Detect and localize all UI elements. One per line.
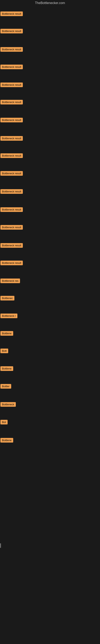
list-item[interactable]: Bottleneck result bbox=[0, 12, 23, 17]
list-item[interactable]: Bottleneck result bbox=[0, 153, 23, 159]
list-item[interactable]: Bottleneck res bbox=[0, 278, 20, 284]
list-item[interactable]: Bottleneck result bbox=[0, 260, 23, 266]
bottleneck-badge[interactable]: Bottlene bbox=[0, 438, 13, 442]
list-item[interactable]: Bottler bbox=[0, 384, 11, 390]
bottleneck-badge[interactable]: Bottlenec bbox=[0, 296, 14, 300]
bottleneck-badge[interactable]: Bottleneck bbox=[0, 402, 16, 407]
list-item[interactable]: Bot bbox=[0, 420, 8, 425]
list-item[interactable]: Bottleneck result bbox=[0, 136, 23, 142]
bottleneck-badge[interactable]: Bot bbox=[0, 420, 8, 424]
list-item[interactable]: Bottleneck result bbox=[0, 207, 23, 213]
list-item[interactable]: Bottleneck r bbox=[0, 314, 17, 319]
bottleneck-badge[interactable]: Bottleneck result bbox=[0, 153, 23, 158]
list-item[interactable]: Bottleneck result bbox=[0, 243, 23, 248]
bottleneck-badge[interactable]: Bottleneck result bbox=[0, 136, 23, 141]
list-item[interactable]: Bottleneck result bbox=[0, 189, 23, 194]
bottleneck-badge[interactable]: Bottleneck result bbox=[0, 47, 23, 52]
bottleneck-badge[interactable]: Bottler bbox=[0, 384, 11, 388]
list-item[interactable]: Bott bbox=[0, 348, 8, 354]
list-item[interactable]: Bottleneck result bbox=[0, 225, 23, 230]
bottleneck-badge[interactable]: Bottleneck result bbox=[0, 64, 23, 69]
list-item[interactable]: Bottlene bbox=[0, 438, 13, 443]
bottleneck-badge[interactable]: Bottleneck result bbox=[0, 189, 23, 194]
site-title: TheBottlenecker.com bbox=[0, 0, 100, 6]
bottleneck-badge[interactable]: Bottleneck r bbox=[0, 314, 17, 318]
list-item[interactable]: Bottleneck result bbox=[0, 64, 23, 70]
bottleneck-badge[interactable]: Bottlene bbox=[0, 366, 13, 371]
bottleneck-badge[interactable]: Bott bbox=[0, 348, 8, 353]
list-item[interactable]: Bottlene bbox=[0, 366, 13, 372]
bottleneck-badge[interactable]: Bottleneck result bbox=[0, 100, 23, 104]
list-item[interactable]: Bottleneck bbox=[0, 402, 16, 408]
list-item[interactable]: Bottleneck result bbox=[0, 171, 23, 176]
bottleneck-badge[interactable]: Bottleneck result bbox=[0, 118, 23, 122]
bottleneck-badge[interactable]: Bottleneck result bbox=[0, 243, 23, 248]
list-item[interactable]: Bottlene bbox=[0, 331, 13, 336]
bottleneck-badge[interactable]: Bottleneck result bbox=[0, 225, 23, 230]
list-item[interactable]: Bottleneck result bbox=[0, 47, 23, 52]
bottleneck-badge[interactable]: Bottleneck result bbox=[0, 12, 23, 16]
bottleneck-badge[interactable]: Bottleneck result bbox=[0, 82, 23, 87]
list-item[interactable]: Bottleneck result bbox=[0, 118, 23, 123]
list-item[interactable]: Bottleneck result bbox=[0, 82, 23, 88]
bottleneck-badge[interactable]: Bottleneck result bbox=[0, 171, 23, 176]
bottleneck-badge[interactable]: Bottlene bbox=[0, 331, 13, 336]
bottleneck-badge[interactable]: Bottleneck result bbox=[0, 29, 23, 34]
bottleneck-badge[interactable]: Bottleneck res bbox=[0, 278, 20, 283]
cursor-indicator bbox=[0, 544, 1, 548]
bottleneck-badge[interactable]: Bottleneck result bbox=[0, 260, 23, 265]
list-item[interactable]: Bottlenec bbox=[0, 296, 14, 301]
list-item[interactable]: Bottleneck result bbox=[0, 29, 23, 34]
bottleneck-badge[interactable]: Bottleneck result bbox=[0, 207, 23, 212]
site-wrapper: TheBottlenecker.com Bottleneck resultBot… bbox=[0, 0, 100, 644]
list-item[interactable]: Bottleneck result bbox=[0, 100, 23, 105]
